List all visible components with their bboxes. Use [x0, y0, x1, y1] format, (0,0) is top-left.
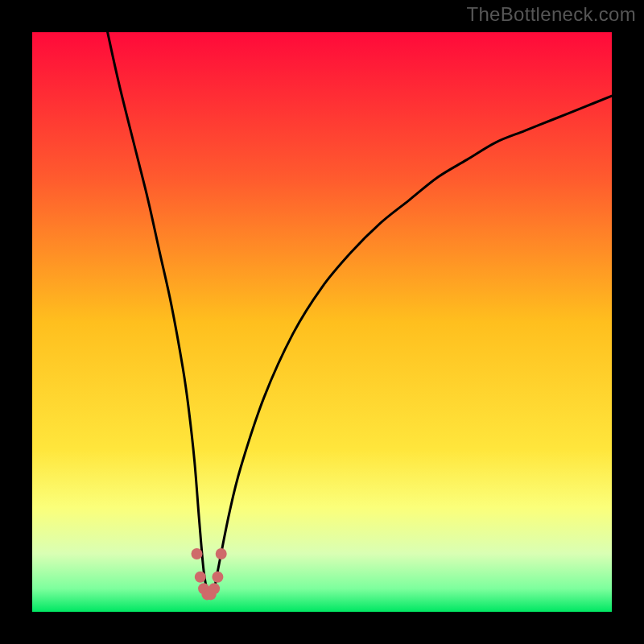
marker-dot: [216, 548, 227, 559]
marker-group: [191, 548, 226, 600]
watermark-text: TheBottleneck.com: [466, 3, 636, 26]
marker-dot: [208, 583, 220, 594]
marker-dot: [195, 572, 206, 583]
plot-area: [32, 32, 612, 612]
marker-dot: [191, 548, 202, 559]
marker-dot: [212, 572, 223, 583]
curve-layer: [32, 32, 612, 612]
curve-path: [108, 32, 612, 597]
chart-container: TheBottleneck.com: [0, 0, 644, 644]
